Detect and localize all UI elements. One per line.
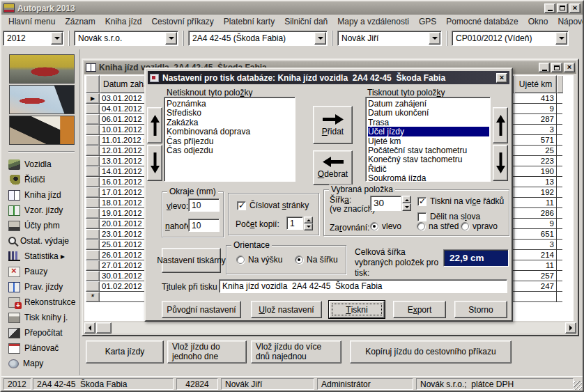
copies-spinner[interactable] [304,217,313,230]
cell-km[interactable]: 190 [514,166,557,177]
cell-km[interactable]: 11 [514,260,557,271]
sidebar-item-0[interactable]: Vozidla [3,157,79,172]
list-item[interactable]: Datum zahájení [368,99,489,108]
company-combobox[interactable]: Novák s.r.o. [74,31,178,46]
resize-grip[interactable] [573,381,582,390]
dropdown-button[interactable] [429,32,440,45]
cell-km[interactable]: 13 [514,177,557,187]
list-item[interactable]: Poznámka [167,99,294,108]
sidebar-item-1[interactable]: Řidiči [3,172,79,187]
list-item[interactable]: Počáteční stav tachometru [368,146,489,155]
align-radio-0[interactable]: vlevo [370,221,401,231]
list-item[interactable]: Soukromá jízda [368,173,489,182]
dialog-button-4[interactable]: Storno [454,301,507,318]
orientation-radio-0[interactable]: Na výšku [236,255,282,265]
row-selector[interactable] [86,146,100,156]
align-radio-2[interactable]: vpravo [461,221,498,231]
align-radio-1[interactable]: na střed [417,221,459,231]
sidebar-item-2[interactable]: Kniha jízd [3,187,79,203]
child-minimize-button[interactable] [539,63,550,72]
action-button-1[interactable]: Vlož jízdu do jednoho dne [167,340,247,363]
menu-item-1[interactable]: Záznam [60,15,100,28]
row-selector[interactable] [86,135,100,146]
list-item[interactable]: Kombinovaná doprava [167,127,294,136]
dialog-close-button[interactable]: × [496,73,507,83]
row-selector[interactable] [86,166,100,177]
sidebar-item-4[interactable]: Účty phm [3,218,79,233]
row-selector[interactable] [86,250,100,260]
number-pages-checkbox[interactable]: Číslovat stránky [237,201,309,210]
list-item[interactable]: Konečný stav tachometru [368,155,489,164]
cell-km[interactable]: 223 [514,156,557,166]
cell-km[interactable]: 571 [514,135,557,146]
list-item[interactable]: Ujeté km [368,136,489,146]
orientation-radio-1[interactable]: Na šířku [295,255,338,265]
cell-km[interactable]: 257 [514,271,557,281]
sidebar-item-12[interactable]: Plánovač [3,340,79,356]
new-row-marker[interactable]: * [86,292,100,302]
cell-km[interactable]: 9 [514,219,557,229]
cell-km[interactable]: 413 [514,93,557,104]
scrollbar-thumb[interactable] [96,322,112,334]
row-selector[interactable] [86,156,100,166]
copies-input[interactable]: 1 [286,217,303,230]
list-item[interactable]: Datum ukončení [368,108,489,117]
row-selector[interactable] [86,187,100,198]
multiline-checkbox[interactable]: Tiskni na více řádků [417,196,504,206]
row-selector[interactable] [86,219,100,229]
child-maximize-button[interactable] [551,63,562,72]
row-selector[interactable] [86,281,100,292]
close-button[interactable]: × [569,3,581,13]
minimize-button[interactable] [544,3,555,13]
horizontal-scrollbar[interactable] [84,322,576,334]
sidebar-item-10[interactable]: Tisk knihy j. [3,310,79,325]
width-spinner[interactable] [402,196,411,211]
action-button-0[interactable]: Karta jízdy [86,340,164,363]
cell-km[interactable]: 3 [514,125,557,135]
current-row-marker[interactable] [86,93,100,104]
print-title-input[interactable]: Kniha jízd vozidla 2A4 42-45 Škoda Fabia [219,279,507,293]
cell-km[interactable]: 11 [514,198,557,208]
printer-setup-button[interactable]: Nastavení tiskárny [162,248,221,273]
menu-item-7[interactable]: GPS [414,15,441,28]
column-header-km[interactable]: Ujeté km [514,75,557,93]
margin-left-input[interactable]: 10 [188,198,220,212]
cell-km[interactable]: 9 [514,104,557,114]
row-selector[interactable] [86,114,100,125]
dialog-button-3[interactable]: Export [393,301,446,318]
trip-order-combobox[interactable]: CP010/2012 (Vídeň) [452,31,569,46]
list-item[interactable]: Zakázka [167,118,294,127]
row-selector[interactable] [86,260,100,271]
dialog-button-0[interactable]: Původní nastavení [162,301,241,318]
dropdown-button[interactable] [165,32,177,45]
row-selector[interactable] [86,208,100,219]
right-move-down-button[interactable] [493,145,508,181]
list-item[interactable]: Účel jízdy [368,127,489,136]
sidebar-item-7[interactable]: Pauzy [3,264,79,279]
row-selector[interactable] [86,104,100,114]
driver-combobox[interactable]: Novák Jiří [337,31,442,46]
vehicle-combobox[interactable]: 2A4 42-45 (Škoda Fabia) [188,31,328,46]
menu-item-6[interactable]: Mapy a vzdálenosti [332,15,414,28]
menu-item-8[interactable]: Pomocné databáze [441,15,523,28]
sidebar-item-6[interactable]: Statistika ▸ [3,249,79,264]
menu-item-3[interactable]: Cestovní příkazy [146,15,218,28]
action-button-3[interactable]: Kopíruj jízdu do cestovního příkazu [350,340,512,363]
margin-top-input[interactable]: 10 [188,219,220,232]
cell-km[interactable]: 287 [514,114,557,125]
left-move-up-button[interactable] [147,107,162,143]
scroll-left-button[interactable] [84,322,95,334]
row-selector[interactable] [86,229,100,240]
cell-km[interactable]: 247 [514,281,557,292]
menu-item-4[interactable]: Platební karty [219,15,279,28]
cell-km[interactable]: 651 [514,229,557,240]
sidebar-item-9[interactable]: Rekonstrukce [3,295,79,310]
child-close-button[interactable]: × [564,63,575,72]
cell-km[interactable] [514,292,557,302]
dropdown-button[interactable] [51,32,63,45]
dialog-button-1[interactable]: Ulož nastavení [251,301,322,318]
sidebar-item-11[interactable]: Přepočítat [3,325,79,340]
add-item-button[interactable]: Přidat [313,106,353,144]
menu-item-9[interactable]: Okno [523,15,553,28]
cell-km[interactable]: 25 [514,146,557,156]
